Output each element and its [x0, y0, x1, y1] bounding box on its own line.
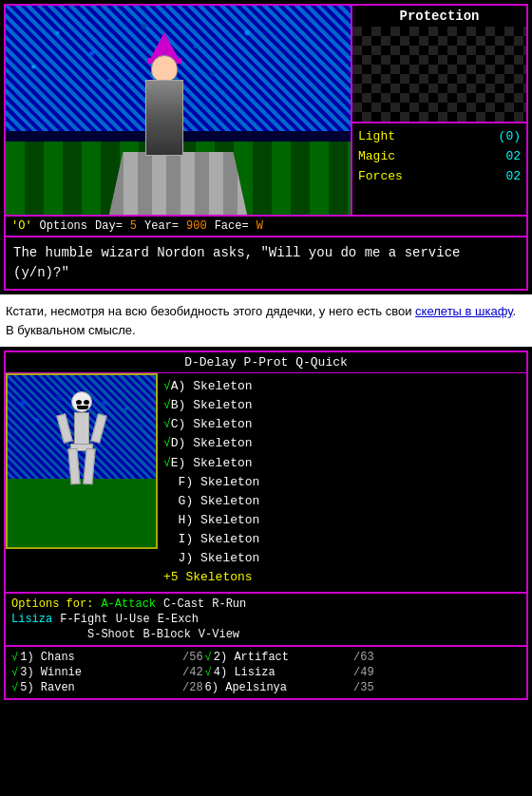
dialog-text: The humble wizard Nordon asks, "Will you… [13, 245, 460, 280]
commentary-pre: Кстати, несмотря на всю безобидность это… [6, 304, 415, 318]
enemy-plus: +5 Skeletons [163, 568, 521, 587]
party-member-1[interactable]: √1) Chans [11, 651, 179, 664]
options-character: Lisiza [11, 613, 52, 626]
top-game-panel: Protection Light (0) Magic 02 Forces 02 … [4, 4, 528, 291]
enemy-I[interactable]: I) Skeleton [163, 530, 521, 549]
party-member-3[interactable]: √3) Winnie [11, 666, 179, 679]
magic-label: Magic [358, 147, 395, 167]
day-value: 5 [130, 219, 137, 233]
light-label: Light [358, 127, 395, 147]
enemy-G[interactable]: G) Skeleton [163, 492, 521, 511]
stats-area: Light (0) Magic 02 Forces 02 [352, 122, 526, 215]
battle-main: √A) Skeleton √B) Skeleton √C) Skeleton √… [6, 373, 526, 592]
status-bar: 'O' Options Day= 5 Year= 900 Face= W [6, 215, 526, 236]
party-member-5[interactable]: √5) Raven [11, 681, 179, 694]
party-member-2[interactable]: /56 √2) Artifact [182, 651, 350, 664]
party-member-hp2: /63 [353, 651, 521, 664]
protection-label: Protection [352, 6, 526, 27]
enemy-E[interactable]: √E) Skeleton [163, 454, 521, 473]
skel-leg-right [83, 447, 95, 484]
bottom-game-panel: D-Delay P-Prot Q-Quick √A) Skeleton √B) … [4, 351, 528, 700]
forces-stat-row: Forces 02 [358, 167, 521, 187]
cmd-block[interactable]: B-Block [142, 628, 190, 641]
cmd-run[interactable]: R-Run [212, 597, 246, 611]
enemy-F[interactable]: F) Skeleton [163, 473, 521, 492]
light-value: (0) [499, 127, 521, 147]
enemy-A[interactable]: √A) Skeleton [163, 377, 521, 396]
enemy-D[interactable]: √D) Skeleton [163, 434, 521, 453]
battle-header: D-Delay P-Prot Q-Quick [6, 352, 526, 373]
commentary-link[interactable]: скелеты в шкафу [415, 304, 512, 318]
face-label: Face= [215, 219, 249, 233]
options-label: Options [40, 219, 87, 233]
char-body [145, 80, 183, 156]
year-label: Year= [144, 219, 179, 233]
cmd-use[interactable]: U-Use [116, 613, 150, 626]
day-label: Day= [95, 219, 123, 233]
commentary: Кстати, несмотря на всю безобидность это… [0, 294, 532, 347]
character-figure [126, 42, 202, 156]
party-member-hp3: /42 √4) Lisiza [182, 666, 350, 679]
options-row-2: Lisiza F-Fight U-Use E-Exch [11, 613, 521, 626]
enemy-J[interactable]: J) Skeleton [163, 549, 521, 568]
cmd-view[interactable]: V-View [199, 628, 239, 641]
skel-head [71, 391, 92, 412]
forces-value: 02 [505, 167, 521, 187]
right-panel: Protection Light (0) Magic 02 Forces 02 [351, 6, 526, 215]
skel-arm-right [90, 413, 106, 444]
battle-scene [6, 373, 158, 549]
top-game-area: Protection Light (0) Magic 02 Forces 02 [6, 6, 526, 215]
skel-body [74, 412, 89, 445]
magic-value: 02 [505, 147, 521, 167]
skeleton-figure [48, 391, 115, 496]
skel-arm-left [56, 413, 72, 444]
protection-grid [352, 27, 526, 122]
year-value: 900 [186, 219, 207, 233]
enemy-C[interactable]: √C) Skeleton [163, 415, 521, 434]
options-key: 'O' [11, 219, 32, 233]
party-member-hp6: /35 [353, 681, 521, 694]
face-value: W [256, 219, 263, 233]
options-row-1: Options for: A-Attack C-Cast R-Run [11, 597, 521, 611]
enemy-H[interactable]: H) Skeleton [163, 511, 521, 530]
cmd-cast[interactable]: C-Cast [163, 597, 204, 611]
cmd-exch[interactable]: E-Exch [158, 613, 199, 626]
cmd-shoot[interactable]: S-Shoot [87, 628, 135, 641]
party-bar: √1) Chans /56 √2) Artifact /63 √3) Winni… [6, 645, 526, 698]
enemy-B[interactable]: √B) Skeleton [163, 396, 521, 415]
scene-path [109, 152, 247, 215]
light-stat-row: Light (0) [358, 127, 521, 147]
char-head [151, 55, 178, 82]
party-member-hp4: /49 [353, 666, 521, 679]
forces-label: Forces [358, 167, 403, 187]
cmd-attack[interactable]: A-Attack [101, 597, 156, 611]
battle-list: √A) Skeleton √B) Skeleton √C) Skeleton √… [158, 373, 526, 592]
game-scene [6, 6, 351, 215]
options-row-3: S-Shoot B-Block V-View [11, 628, 521, 641]
dialog-box: The humble wizard Nordon asks, "Will you… [6, 236, 526, 289]
skel-leg-left [67, 447, 80, 484]
options-for-label: Options for: [11, 597, 93, 611]
options-bar: Options for: A-Attack C-Cast R-Run Lisiz… [6, 592, 526, 645]
party-member-hp5: /28 6) Apelsinya [182, 681, 350, 694]
cmd-fight[interactable]: F-Fight [60, 613, 107, 626]
magic-stat-row: Magic 02 [358, 147, 521, 167]
